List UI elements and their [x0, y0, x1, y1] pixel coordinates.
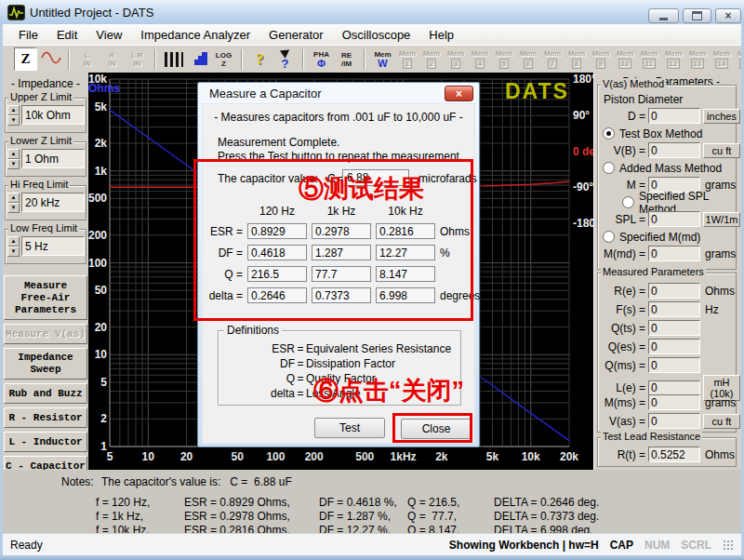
measurement-field-df-2[interactable] — [376, 245, 435, 260]
measurement-field-delta-1[interactable] — [312, 287, 371, 303]
menu-item-oscilloscope[interactable]: Oscilloscope — [334, 26, 419, 44]
spin-up-button[interactable]: ▲ — [7, 149, 20, 159]
radio-added-mass-method[interactable] — [603, 162, 615, 174]
measurement-field-delta-2[interactable] — [376, 287, 435, 303]
mem-label: Mem — [544, 49, 561, 58]
spin-up-button[interactable]: ▲ — [7, 105, 20, 115]
measurement-field-df-0[interactable] — [247, 245, 307, 260]
radio-specified-m-md[interactable] — [603, 231, 615, 243]
definition-equals: = — [295, 371, 306, 386]
toolbar-impulse-button[interactable] — [162, 47, 185, 71]
spin-up-button[interactable]: ▲ — [7, 193, 20, 203]
notes-cell: Q = 216.5, — [407, 496, 459, 509]
table-row-unit: Ohms — [440, 225, 485, 238]
minimize-button[interactable] — [648, 8, 679, 23]
measurement-field-df-1[interactable] — [312, 245, 371, 260]
menu-item-generator[interactable]: Generator — [260, 26, 332, 44]
measurement-field-esr-0[interactable] — [247, 223, 307, 239]
measured-q-es-field[interactable] — [648, 339, 700, 354]
dialog-close-button[interactable]: × — [445, 86, 473, 101]
toolbar-help-button[interactable]: ? — [248, 47, 272, 71]
toolbar-phase-button[interactable]: PHAΦ — [310, 47, 333, 71]
measurement-field-esr-1[interactable] — [312, 223, 371, 239]
left-button-l-inductor[interactable]: L - Inductor — [4, 432, 87, 452]
left-button-rub-and-buzz[interactable]: Rub and Buzz — [4, 383, 87, 404]
measurement-field-esr-2[interactable] — [376, 223, 435, 239]
test-button[interactable]: Test — [314, 418, 385, 438]
test-lead-value-field[interactable] — [648, 447, 700, 462]
spin-down-button[interactable]: ▼ — [7, 115, 20, 126]
vas-v-b-field[interactable] — [648, 142, 700, 158]
title-bar[interactable]: Untitled Project - DATS × — [0, 0, 744, 25]
spinner: ▲▼ — [7, 149, 20, 169]
measured-r-e-field[interactable] — [648, 283, 700, 299]
spin-down-button[interactable]: ▼ — [7, 247, 20, 257]
toolbar-mem-3-button: Mem3 — [445, 47, 467, 71]
close-button[interactable]: × — [715, 8, 741, 23]
window-frame-bottom — [0, 555, 744, 560]
measurement-field-q-2[interactable] — [376, 266, 435, 282]
vas-d-label: D = — [599, 110, 645, 123]
piston-diameter-label: Piston Diameter — [604, 93, 736, 106]
toolbar-spectrum-button[interactable] — [187, 47, 210, 71]
measured-m-ms-field[interactable] — [648, 394, 700, 410]
vas-d-field[interactable] — [648, 108, 700, 124]
left-button-measure-free-air-parameters[interactable]: Measure Free-Air Parameters — [4, 275, 87, 320]
toolbar-context-help-button[interactable]: ? — [273, 47, 297, 71]
menu-item-file[interactable]: File — [10, 26, 46, 44]
maximize-button[interactable] — [683, 8, 711, 23]
menu-item-view[interactable]: View — [87, 26, 130, 44]
menu-item-impedance-analyzer[interactable]: Impedance Analyzer — [132, 26, 259, 44]
y-axis-tick-label: 100 — [88, 257, 107, 270]
dialog-close-action-button[interactable]: Close — [401, 419, 472, 439]
test-lead-row: R(t) = Ohms — [599, 446, 735, 463]
vas-m-md-field[interactable] — [648, 246, 700, 261]
toolbar-log-z-button[interactable]: LOGZ — [212, 47, 235, 71]
toolbar-left-in-label-1: IN — [84, 60, 91, 68]
measured-q-ts-field[interactable] — [648, 320, 700, 336]
menu-item-edit[interactable]: Edit — [48, 26, 86, 44]
limit-group-hi-freq-limit: Hi Freq Limit▲▼ — [5, 185, 86, 220]
measured-l-e-field[interactable] — [648, 380, 700, 396]
impedance-buttons: Measure Free-Air ParametersMeasure V(as)… — [4, 275, 87, 476]
measured-v-as-unit[interactable]: cu ft — [703, 414, 740, 429]
radio-test-box-method[interactable] — [603, 127, 615, 140]
dialog-range-note: - Measures capacitors from .001 uF to 10… — [203, 111, 474, 124]
spin-down-button[interactable]: ▼ — [7, 159, 20, 169]
vas-v-b-row: V(B) =cu ft — [599, 141, 735, 159]
vas-d-unit[interactable]: inches — [703, 109, 740, 124]
measured-q-ms-field[interactable] — [648, 357, 700, 373]
limit-value-field-low-freq-limit[interactable] — [21, 236, 85, 256]
notes-label: Notes: — [61, 475, 94, 488]
vas-v-b-unit[interactable]: cu ft — [703, 143, 740, 158]
spin-down-button[interactable]: ▼ — [7, 203, 20, 213]
left-button-impedance-sweep[interactable]: Impedance Sweep — [4, 348, 87, 380]
spin-up-button[interactable]: ▲ — [7, 236, 20, 247]
dats-application-window: Untitled Project - DATS × FileEditViewIm… — [0, 0, 744, 560]
measurement-field-delta-0[interactable] — [247, 287, 307, 303]
menu-item-help[interactable]: Help — [420, 26, 462, 44]
measurement-field-q-0[interactable] — [247, 266, 307, 282]
mem-label: Mem — [399, 49, 416, 58]
limit-value-field-hi-freq-limit[interactable] — [21, 193, 85, 212]
radio-specified-spl-method[interactable] — [622, 196, 634, 208]
toolbar-impedance-z-button[interactable]: Z — [14, 47, 37, 71]
toolbar-mem-w-button[interactable]: MemW — [371, 47, 394, 71]
vas-spl-unit[interactable]: 1W/1m — [703, 212, 740, 227]
measured-v-as-field[interactable] — [648, 413, 700, 429]
toolbar-mem-9-button: Mem9 — [590, 47, 612, 71]
measured-f-s-field[interactable] — [648, 301, 700, 317]
toolbar-mem-2-button: Mem2 — [420, 47, 443, 71]
resize-grip[interactable] — [723, 540, 734, 551]
definition-desc: Equivalent Series Resistance — [306, 341, 460, 356]
notes-cell: DF = 0.4618 %, — [319, 496, 397, 509]
limit-value-field-lower-z-limit[interactable] — [21, 149, 85, 168]
toolbar-re-im-button[interactable]: RE/IM — [335, 47, 358, 71]
left-button-r-resistor[interactable]: R - Resistor — [4, 407, 87, 428]
measurement-field-q-1[interactable] — [312, 266, 371, 282]
limit-value-field-upper-z-limit[interactable] — [21, 105, 85, 125]
toolbar-sine-button[interactable] — [39, 47, 62, 71]
capacitor-value-field[interactable] — [342, 169, 409, 186]
vas-spl-field[interactable] — [648, 211, 700, 227]
definition-desc: Loss Angle — [306, 386, 460, 401]
